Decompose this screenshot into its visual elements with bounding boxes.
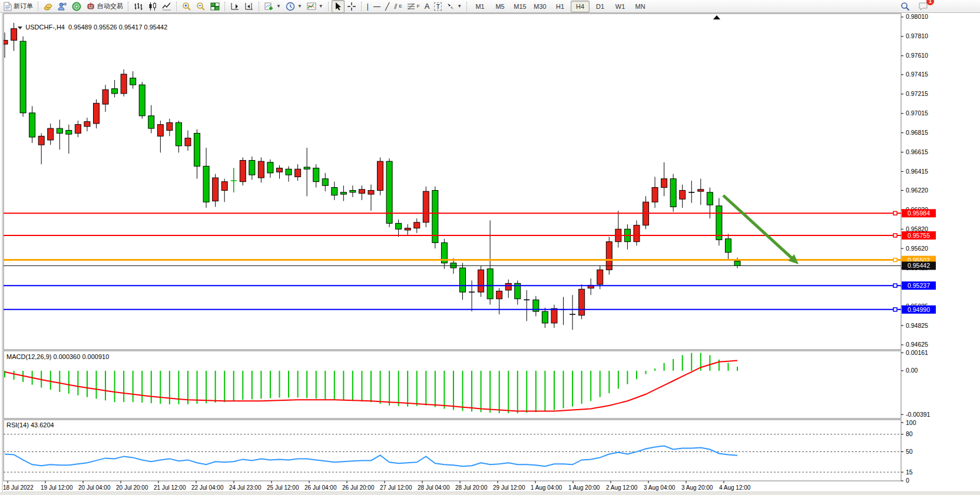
chat-button[interactable]: 1 — [916, 0, 931, 13]
vertical-line-icon: | — [367, 3, 369, 10]
time-tick-label: 21 Jul 12:00 — [154, 484, 186, 491]
price-tick-label: 0.96815 — [906, 129, 928, 136]
toolbar-separator — [128, 2, 129, 11]
timeframe-button-H4[interactable]: H4 — [571, 1, 590, 12]
timeframe-button-M30[interactable]: M30 — [531, 1, 549, 12]
chevron-down-icon[interactable] — [18, 26, 22, 29]
channel-tool-button[interactable]: ⫽ E — [392, 0, 405, 13]
line-end-marker[interactable] — [893, 284, 897, 287]
chart-title: USDCHF-,H4 0.95489 0.95526 0.95417 0.954… — [7, 16, 167, 38]
candle-body — [716, 206, 722, 240]
price-tick-label: 0.97215 — [906, 90, 928, 97]
candle-body — [707, 192, 713, 205]
candle-body — [661, 179, 667, 188]
macd-tick-label: -0.00391 — [906, 411, 931, 418]
price-line-label: 0.94990 — [908, 306, 930, 313]
bar-chart-button[interactable] — [131, 0, 145, 13]
candle-body — [725, 239, 731, 253]
time-tick-label: 28 Jul 20:00 — [455, 484, 488, 491]
time-tick-label: 3 Aug 20:00 — [681, 484, 713, 491]
chart-window[interactable]: 0.980100.978100.976100.974150.972150.970… — [0, 13, 980, 495]
cursor-tool-button[interactable] — [332, 0, 345, 13]
candles-layer — [2, 23, 740, 330]
time-tick-label: 28 Jul 04:00 — [418, 484, 450, 491]
zoom-out-icon — [196, 2, 206, 11]
zoom-in-button[interactable] — [180, 0, 194, 13]
fibonacci-tool-button[interactable]: F — [405, 0, 422, 13]
macd-tick-label: 0.00 — [906, 367, 918, 374]
add-indicator-button[interactable]: ▼ — [262, 0, 283, 13]
signal-icon — [72, 2, 81, 11]
macd-layer — [5, 353, 737, 414]
trendline-icon: ╱ — [385, 3, 389, 10]
crosshair-tool-button[interactable] — [345, 0, 359, 13]
macd-indicator-label: MACD(12,26,9) 0.000360 0.000910 — [6, 353, 109, 360]
arrows-icon — [446, 2, 455, 11]
tile-windows-icon — [210, 2, 220, 11]
rsi-tick-label: 100 — [906, 419, 916, 426]
line-end-marker[interactable] — [893, 234, 897, 237]
rsi-tick-label: 80 — [906, 430, 913, 437]
tile-windows-button[interactable] — [208, 0, 222, 13]
rsi-line — [5, 446, 737, 467]
timeframe-button-MN[interactable]: MN — [631, 1, 650, 12]
candle-body — [167, 122, 173, 130]
candle-body — [277, 168, 283, 172]
candle-body — [734, 261, 740, 266]
period-button[interactable]: ▼ — [283, 0, 304, 13]
candle-body — [386, 161, 392, 223]
timeframe-button-M5[interactable]: M5 — [491, 1, 509, 12]
line-end-marker[interactable] — [893, 211, 897, 215]
line-end-marker[interactable] — [893, 308, 897, 311]
autotrade-label: 自动交易 — [97, 2, 123, 11]
market-button[interactable] — [55, 0, 69, 13]
line-chart-button[interactable] — [160, 0, 174, 13]
candle-body — [84, 122, 90, 127]
candle-body — [102, 89, 108, 104]
fibonacci-icon — [407, 2, 415, 11]
timeframe-button-W1[interactable]: W1 — [611, 1, 630, 12]
candle-body — [414, 222, 420, 228]
candle-body — [75, 125, 81, 134]
new-order-button[interactable]: 新订单 — [1, 0, 35, 13]
coins-icon — [44, 2, 53, 11]
time-tick-label: 26 Jul 20:00 — [342, 484, 375, 491]
time-tick-label: 20 Jul 04:00 — [78, 484, 111, 491]
timeframe-button-D1[interactable]: D1 — [591, 1, 610, 12]
person-chart-icon — [58, 2, 67, 11]
time-tick-label: 20 Jul 20:00 — [116, 484, 148, 491]
hline-tool-button[interactable]: — — [371, 0, 383, 13]
timeframe-button-M1[interactable]: M1 — [471, 1, 489, 12]
chart-forward-button[interactable] — [228, 0, 242, 13]
label-tool-button[interactable]: T — [432, 0, 444, 13]
candle-body — [460, 268, 466, 292]
price-tick-label: 0.95620 — [906, 245, 928, 252]
ohlc-bars-icon — [134, 2, 143, 11]
time-tick-label: 1 Aug 20:00 — [568, 484, 600, 491]
candle-body — [48, 128, 54, 140]
quotes-button[interactable] — [41, 0, 55, 13]
zoom-out-button[interactable] — [194, 0, 208, 13]
timeframe-button-M15[interactable]: M15 — [511, 1, 529, 12]
dropdown-caret: ▼ — [297, 4, 302, 9]
price-line-label: 0.95755 — [908, 232, 930, 239]
chart-shift-marker[interactable] — [713, 15, 720, 19]
trendline-tool-button[interactable]: ╱ — [383, 0, 392, 13]
candle-body — [542, 311, 548, 323]
channel-icon: ⫽ — [394, 3, 397, 10]
search-button[interactable] — [898, 0, 912, 13]
text-tool-button[interactable]: A — [422, 0, 432, 13]
candlestick-chart-button[interactable] — [145, 0, 160, 13]
trend-arrow-line[interactable] — [723, 195, 794, 261]
vline-tool-button[interactable]: | — [365, 0, 371, 13]
autotrade-button[interactable]: 自动交易 — [84, 0, 125, 13]
template-button[interactable]: ▼ — [304, 0, 326, 13]
candle-body — [634, 225, 640, 242]
chart-shift-button[interactable] — [242, 0, 256, 13]
line-end-marker[interactable] — [893, 258, 897, 262]
signals-button[interactable] — [69, 0, 84, 13]
chart-canvas[interactable]: 0.980100.978100.976100.974150.972150.970… — [0, 13, 980, 495]
timeframe-button-H1[interactable]: H1 — [551, 1, 570, 12]
time-tick-label: 25 Jul 12:00 — [267, 484, 299, 491]
arrows-tool-button[interactable]: ▼ — [444, 0, 464, 13]
